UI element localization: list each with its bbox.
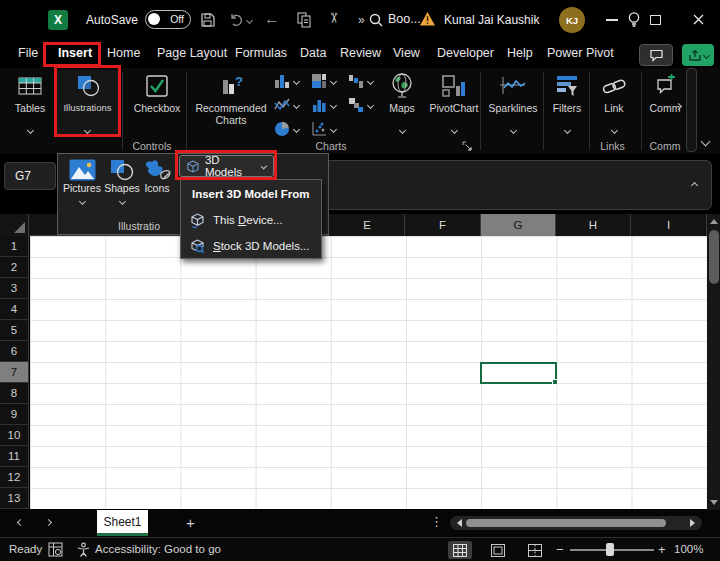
accessibility-icon[interactable] — [76, 542, 91, 557]
tab-data[interactable]: Data — [300, 46, 326, 60]
tab-home[interactable]: Home — [107, 46, 140, 60]
ribbon-scrollbar[interactable] — [686, 68, 697, 152]
charts-dialog-launcher-icon[interactable] — [462, 141, 472, 151]
menu-item-this-device[interactable]: This Device... — [181, 209, 321, 231]
column-header-E[interactable]: E — [330, 214, 405, 236]
row-header-5[interactable]: 5 — [0, 320, 29, 341]
close-button[interactable] — [692, 13, 705, 26]
search-button[interactable] — [368, 12, 384, 28]
copy-button[interactable] — [296, 12, 312, 28]
avatar[interactable]: KJ — [559, 7, 585, 33]
link-button[interactable]: Link — [592, 70, 636, 125]
row-header-2[interactable]: 2 — [0, 257, 29, 278]
warning-icon[interactable] — [419, 11, 436, 27]
horizontal-scrollbar[interactable] — [450, 516, 702, 530]
share-button[interactable] — [682, 44, 714, 66]
minimize-button[interactable] — [606, 19, 618, 21]
zoom-out-button[interactable]: − — [556, 542, 564, 557]
undo-button[interactable] — [228, 12, 252, 28]
column-header-F[interactable]: F — [405, 214, 481, 236]
filters-button[interactable]: Filters — [546, 70, 588, 125]
group-divider — [122, 72, 123, 150]
horizontal-scroll-thumb[interactable] — [466, 519, 666, 527]
page-break-view-button[interactable] — [523, 541, 547, 559]
accessibility-status[interactable]: Accessibility: Good to go — [95, 543, 221, 555]
row-header-1[interactable]: 1 — [0, 236, 29, 257]
maps-button[interactable]: Maps — [380, 70, 424, 125]
checkbox-button[interactable]: Checkbox — [126, 70, 188, 114]
fill-handle[interactable] — [552, 379, 558, 385]
column-header-G[interactable]: G — [481, 214, 556, 236]
tables-button[interactable]: Tables — [8, 70, 52, 125]
collapse-ribbon-icon[interactable] — [701, 137, 711, 147]
pivotchart-label: PivotChart — [426, 102, 482, 114]
back-arrow-icon[interactable]: ← — [264, 10, 280, 28]
page-layout-view-button[interactable] — [486, 541, 510, 559]
row-header-9[interactable]: 9 — [0, 404, 29, 425]
tab-file[interactable]: File — [18, 46, 38, 60]
comments-button[interactable] — [639, 44, 673, 66]
qat-overflow-icon[interactable]: » — [358, 13, 365, 27]
cut-icon[interactable]: ✂ — [326, 12, 342, 24]
name-box[interactable]: G7 — [4, 162, 56, 190]
maximize-button[interactable] — [650, 15, 661, 25]
row-header-4[interactable]: 4 — [0, 299, 29, 320]
icons-button[interactable]: Icons — [133, 157, 181, 194]
insert-column-chart-button[interactable] — [274, 73, 299, 89]
row-header-13[interactable]: 13 — [0, 488, 29, 509]
row-header-3[interactable]: 3 — [0, 278, 29, 299]
tab-view[interactable]: View — [393, 46, 420, 60]
sheet-options-icon[interactable]: ⋮ — [430, 514, 443, 529]
row-header-6[interactable]: 6 — [0, 341, 29, 362]
save-button[interactable] — [200, 12, 216, 28]
row-header-7[interactable]: 7 — [0, 362, 29, 383]
worksheet-cells[interactable] — [30, 236, 707, 509]
row-header-11[interactable]: 11 — [0, 446, 29, 467]
add-sheet-button[interactable]: + — [186, 514, 195, 531]
tab-formulas[interactable]: Formulas — [235, 46, 287, 60]
row-header-12[interactable]: 12 — [0, 467, 29, 488]
column-header-H[interactable]: H — [556, 214, 631, 236]
column-header-I[interactable]: I — [631, 214, 707, 236]
tab-help[interactable]: Help — [507, 46, 533, 60]
undo-dropdown-icon[interactable] — [246, 16, 253, 23]
prev-sheet-icon[interactable] — [17, 519, 24, 526]
tab-insert[interactable]: Insert — [58, 46, 92, 60]
sheet-tab-sheet1[interactable]: Sheet1 — [97, 510, 148, 536]
tab-page-layout[interactable]: Page Layout — [157, 46, 227, 60]
insert-waterfall-chart-button[interactable] — [348, 73, 373, 89]
tab-power-pivot[interactable]: Power Pivot — [547, 46, 614, 60]
next-sheet-icon[interactable] — [45, 519, 52, 526]
vertical-scroll-thumb[interactable] — [709, 230, 719, 284]
insert-combo-chart-button[interactable] — [348, 97, 373, 113]
insert-scatter-chart-button[interactable] — [311, 121, 336, 137]
insert-hierarchy-chart-button[interactable] — [311, 73, 336, 89]
insert-pie-chart-button[interactable] — [274, 121, 299, 137]
insert-statistic-chart-button[interactable] — [311, 97, 336, 113]
scroll-up-icon[interactable] — [710, 219, 718, 224]
lightbulb-icon[interactable] — [626, 11, 642, 28]
menu-item-stock-3d-models[interactable]: Stock 3D Models... — [181, 235, 321, 257]
insert-line-chart-button[interactable] — [274, 97, 299, 113]
vertical-scrollbar[interactable] — [707, 214, 720, 510]
row-header-10[interactable]: 10 — [0, 425, 29, 446]
3d-models-button[interactable]: 3D Models — [179, 155, 274, 177]
normal-view-button[interactable] — [448, 541, 472, 559]
scroll-right-icon[interactable] — [690, 519, 695, 527]
macro-record-icon[interactable] — [48, 542, 63, 557]
scroll-left-icon[interactable] — [457, 519, 462, 527]
recommended-charts-button[interactable]: ? Recommended Charts — [190, 70, 272, 126]
sparklines-button[interactable]: Sparklines — [484, 70, 542, 125]
tab-review[interactable]: Review — [340, 46, 381, 60]
autosave-toggle[interactable]: Off — [145, 10, 191, 29]
select-all-button[interactable] — [0, 214, 29, 236]
pivotchart-button[interactable]: PivotChart — [426, 70, 482, 125]
row-header-8[interactable]: 8 — [0, 383, 29, 404]
collapse-formula-bar-icon[interactable] — [691, 182, 698, 189]
illustrations-button[interactable]: Illustrations — [57, 70, 118, 136]
zoom-slider-thumb[interactable] — [606, 543, 614, 556]
scroll-down-icon[interactable] — [710, 500, 718, 505]
tab-developer[interactable]: Developer — [437, 46, 494, 60]
zoom-in-button[interactable]: + — [658, 542, 666, 557]
zoom-level[interactable]: 100% — [674, 543, 703, 555]
